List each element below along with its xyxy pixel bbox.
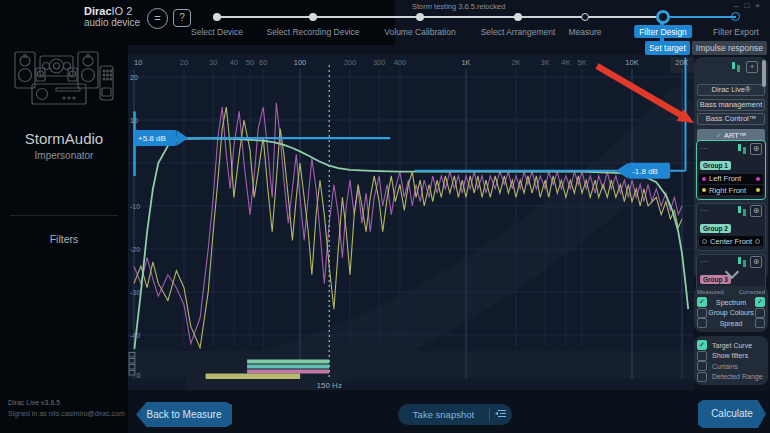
x-tick-label: 100 <box>294 58 307 67</box>
y-tick-label: 10 <box>130 117 138 124</box>
svg-text:0: 0 <box>137 372 141 379</box>
view-option-label: Show filters <box>712 352 765 359</box>
menu-icon[interactable]: = <box>147 8 168 29</box>
mode-label: Dirac Live® <box>712 85 751 94</box>
settings-icon[interactable]: ⊕ <box>750 143 762 155</box>
y-tick-label: -10 <box>130 203 140 210</box>
view-option-checkbox[interactable] <box>697 372 707 382</box>
channel-row[interactable]: Right Front <box>699 185 763 195</box>
mode-button-2[interactable]: Bass Control™ <box>697 113 765 125</box>
logo-brand: Dirac <box>84 5 112 17</box>
step-label-6[interactable]: Filter Export <box>713 27 759 37</box>
take-snapshot-button[interactable]: Take snapshot <box>398 404 512 425</box>
matrix-row-label: Group Colours <box>707 309 755 316</box>
matrix-row-label: Spectrum <box>707 299 755 306</box>
more-icon[interactable]: ⋯ <box>700 208 734 214</box>
x-tick-label: 3K <box>541 58 550 67</box>
step-label-3[interactable]: Select Arrangement <box>481 27 556 37</box>
more-icon[interactable]: ⋯ <box>700 146 734 152</box>
view-options-panel: ✓Target CurveShow filtersCurtainsDetecte… <box>694 336 768 385</box>
app-version: Dirac Live v3.6.5 <box>8 399 60 406</box>
device-model: Impersonator <box>0 150 128 161</box>
channel-dot <box>756 177 760 181</box>
step-label-2[interactable]: Volume Calibration <box>384 27 455 37</box>
channel-row[interactable]: Center Front <box>699 236 763 246</box>
equalizer-icon[interactable] <box>737 206 747 216</box>
step-node-3[interactable] <box>514 13 522 21</box>
step-node-2[interactable] <box>416 13 424 21</box>
view-option-row: ✓Target Curve <box>697 341 765 350</box>
add-icon[interactable]: + <box>746 61 758 73</box>
close-icon[interactable]: × <box>755 1 766 10</box>
header-logo-zone <box>0 0 395 45</box>
filter-mode-list: Dirac Live®Bass managementBass Control™✓… <box>697 84 765 146</box>
snapshot-history-icon[interactable] <box>490 408 512 422</box>
x-tick-label: 400 <box>394 58 407 67</box>
channel-dot <box>756 188 760 192</box>
app-logo: DiracIO 2 audio device <box>84 5 140 29</box>
panel-header-icons: + <box>698 60 758 73</box>
mode-button-0[interactable]: Dirac Live® <box>697 84 765 96</box>
sidebar-divider <box>10 215 118 216</box>
mode-label: Bass management <box>700 100 763 109</box>
measured-checkbox[interactable] <box>697 318 707 328</box>
y-tick-label: -20 <box>130 246 140 253</box>
step-label-0[interactable]: Select Device <box>191 27 243 37</box>
step-label-4[interactable]: Measure <box>568 27 601 37</box>
maximize-icon[interactable]: □ <box>744 1 755 10</box>
tab-set-target[interactable]: Set target <box>645 41 690 55</box>
measured-checkbox[interactable] <box>697 308 707 318</box>
group-card-1[interactable]: ⋯⊕Group 1Left FrontRight Front <box>696 140 766 200</box>
channel-row[interactable]: Left Front <box>699 174 763 184</box>
speaker-system-illustration <box>12 46 116 118</box>
help-icon[interactable]: ? <box>173 9 191 27</box>
group-tag: Group 3 <box>700 275 731 284</box>
band-bar[interactable] <box>206 374 300 380</box>
view-option-checkbox[interactable] <box>697 351 707 361</box>
x-tick-label: 10K <box>625 58 638 67</box>
x-tick-label: 1K <box>461 58 470 67</box>
tab-impulse-response[interactable]: Impulse response <box>692 41 767 55</box>
filter-design-subtabs: Set target Impulse response <box>645 41 767 55</box>
check-icon: ✓ <box>716 131 722 140</box>
sidebar-item-filters[interactable]: Filters <box>0 233 128 245</box>
equalizer-icon[interactable] <box>731 62 741 72</box>
corrected-checkbox[interactable]: ✓ <box>755 297 765 307</box>
measured-checkbox[interactable]: ✓ <box>697 297 707 307</box>
x-tick-label: 20K <box>675 58 688 67</box>
view-option-checkbox[interactable] <box>697 361 707 371</box>
equalizer-icon[interactable] <box>737 144 747 154</box>
calculate-button[interactable]: Calculate <box>698 400 766 428</box>
y-tick-label: -40 <box>130 332 140 339</box>
band-bar[interactable] <box>247 370 329 374</box>
back-to-measure-button[interactable]: Back to Measure <box>136 402 232 427</box>
settings-icon[interactable]: ⊕ <box>750 205 762 217</box>
mode-button-1[interactable]: Bass management <box>697 99 765 111</box>
frequency-response-chart[interactable]: 0150 Hz+5.8 dB-1.8 dB1020304050601002003… <box>128 55 694 390</box>
view-option-row: Show filters <box>697 351 765 360</box>
equalizer-icon[interactable] <box>737 257 747 267</box>
settings-icon[interactable]: ⊕ <box>750 256 762 268</box>
corrected-checkbox[interactable] <box>755 308 765 318</box>
view-option-checkbox[interactable]: ✓ <box>697 340 707 350</box>
step-node-6[interactable] <box>731 12 740 21</box>
x-tick-label: 30 <box>209 58 217 67</box>
band-bar[interactable] <box>247 360 329 364</box>
window-controls[interactable]: –□× <box>734 1 766 10</box>
more-icon[interactable]: ⋯ <box>700 259 734 265</box>
matrix-headers: MeasuredCorrected <box>694 286 768 296</box>
band-bar[interactable] <box>247 365 329 369</box>
x-tick-label: 2K <box>511 58 520 67</box>
corrected-checkbox[interactable] <box>755 318 765 328</box>
step-node-5[interactable] <box>656 10 670 24</box>
step-node-4[interactable] <box>581 13 589 21</box>
step-node-1[interactable] <box>309 13 317 21</box>
x-tick-label: 20 <box>180 58 188 67</box>
step-label-5[interactable]: Filter Design <box>634 25 692 38</box>
step-node-0[interactable] <box>213 13 221 21</box>
stepper-line-active <box>663 16 736 18</box>
panel-scrollbar[interactable] <box>762 60 766 87</box>
minimize-icon[interactable]: – <box>734 1 744 10</box>
group-card-2[interactable]: ⋯⊕Group 2Center Front <box>696 203 766 251</box>
step-label-1[interactable]: Select Recording Device <box>266 27 359 37</box>
